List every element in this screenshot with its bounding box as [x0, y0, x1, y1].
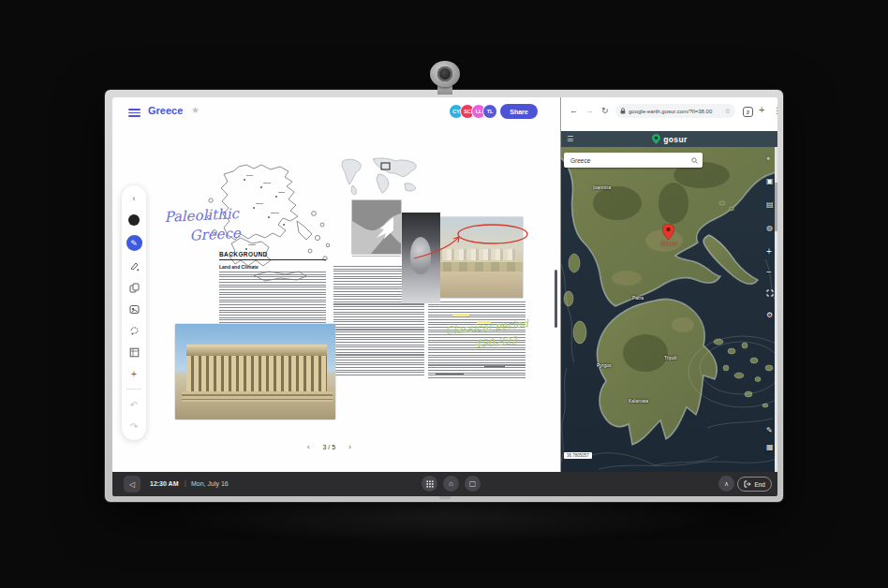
city-label: Pyrgos	[597, 362, 612, 368]
undo-icon[interactable]: ↶	[127, 398, 141, 411]
collapse-toolbar-icon[interactable]: ‹	[127, 192, 141, 205]
browser-chrome: ← → ↻ google-earth.gosur.com/?ll=38.00 ☆…	[561, 97, 777, 131]
color-dot-tool[interactable]	[127, 213, 141, 227]
duplicate-tool[interactable]	[127, 281, 141, 294]
browser-scrollbar[interactable]	[775, 147, 777, 472]
tab-switcher-button[interactable]: 2	[743, 107, 753, 117]
whiteboard-menu-icon[interactable]	[128, 109, 141, 117]
taskbar-separator: |	[185, 479, 186, 486]
page-navigator: ‹ 3 / 5 ›	[307, 443, 351, 451]
system-taskbar: ◁ 12:30 AM | Mon, July 16 ⌂ ▢ ∧ End	[112, 472, 777, 496]
whiteboard-app: Greece ★ CY SC LL TL Share ‹ ✎	[112, 97, 560, 472]
region-inset-map-object[interactable]	[352, 200, 401, 254]
world-map-object[interactable]	[337, 155, 423, 198]
link-text	[436, 374, 464, 375]
map-search-input[interactable]	[569, 156, 691, 165]
clock-date: Mon, July 16	[191, 480, 229, 487]
browser-forward-icon[interactable]: →	[585, 106, 594, 115]
handwriting-paleolithic[interactable]: Paleolithic Greece	[164, 204, 241, 247]
bookmark-star-icon[interactable]: ☆	[725, 108, 731, 115]
gosur-menu-icon[interactable]: ☰	[567, 135, 573, 143]
drawing-toolbar: ‹ ✎ + ↶	[122, 185, 146, 440]
map-pin-label: Greece	[651, 241, 688, 246]
highlighter-tool[interactable]	[127, 259, 141, 272]
url-text: google-earth.gosur.com/?ll=38.00	[629, 109, 722, 114]
fullscreen-icon[interactable]	[766, 289, 774, 299]
apps-grid-button[interactable]	[422, 476, 437, 492]
end-session-label: End	[754, 481, 765, 488]
share-button[interactable]: Share	[500, 104, 538, 119]
city-label: Ioannina	[593, 184, 611, 190]
recent-windows-button[interactable]: ▢	[465, 476, 481, 492]
address-bar[interactable]: google-earth.gosur.com/?ll=38.00 ☆	[615, 104, 735, 118]
frame-tool[interactable]	[127, 345, 141, 359]
end-session-button[interactable]: End	[737, 477, 772, 492]
zoom-in-icon[interactable]: +	[766, 246, 772, 257]
screen: Greece ★ CY SC LL TL Share ‹ ✎	[112, 97, 777, 496]
whiteboard-scrollbar-thumb[interactable]	[555, 270, 557, 328]
pericles-bust-photo-object[interactable]	[402, 213, 440, 303]
lock-icon	[620, 108, 626, 114]
my-location-icon[interactable]: ⌖	[766, 154, 771, 164]
layers-icon[interactable]: ▤	[766, 200, 774, 209]
article-heading: BACKGROUND	[219, 251, 326, 257]
prev-page-icon[interactable]: ‹	[307, 443, 310, 451]
satellite-map[interactable]: ⌖ ▣ ▤ ◍ + − ⚙ ✎ ▦ Ioannina Patra Pyrgos …	[561, 147, 777, 472]
pen-tool-active[interactable]: ✎	[126, 235, 142, 251]
city-label: Kalamata	[629, 398, 648, 404]
gosur-logo: gosur	[652, 134, 688, 144]
next-page-icon[interactable]: ›	[348, 443, 351, 451]
browser-scrollbar-thumb[interactable]	[775, 183, 777, 231]
home-button[interactable]: ⌂	[443, 476, 459, 492]
search-icon[interactable]	[691, 157, 698, 164]
exit-icon	[744, 480, 751, 488]
redo-icon[interactable]: ↷	[127, 419, 141, 433]
map-type-icon[interactable]: ▣	[766, 177, 774, 185]
new-tab-icon[interactable]: +	[759, 104, 764, 115]
yellow-highlight	[452, 314, 469, 316]
insert-image-tool[interactable]	[127, 302, 141, 316]
taskbar-back-button[interactable]: ◁	[124, 476, 141, 492]
globe-3d-icon[interactable]: ◍	[766, 224, 773, 232]
expand-chevron-button[interactable]: ∧	[718, 476, 734, 492]
favorite-star-icon[interactable]: ★	[191, 105, 200, 115]
draw-pencil-icon[interactable]: ✎	[766, 426, 773, 434]
board-title: Greece	[148, 105, 183, 116]
gosur-pin-icon	[652, 134, 660, 144]
toolbar-divider	[126, 389, 141, 390]
browser-menu-icon[interactable]: ⋮	[773, 106, 777, 115]
city-label: Patra	[632, 295, 644, 301]
browser-window: ← → ↻ google-earth.gosur.com/?ll=38.00 ☆…	[560, 97, 777, 472]
browser-back-icon[interactable]: ←	[570, 106, 578, 115]
inset-map-caption	[352, 256, 401, 257]
parthenon-photo-object[interactable]	[175, 324, 335, 419]
map-terrain	[561, 147, 777, 472]
city-label: Tripoli	[664, 355, 676, 360]
coordinates-readout: 36.7805057	[564, 452, 592, 459]
settings-gear-icon[interactable]: ⚙	[766, 311, 773, 319]
vibe-board-device: Greece ★ CY SC LL TL Share ‹ ✎	[104, 89, 784, 503]
lasso-select-tool[interactable]	[127, 324, 141, 337]
article-subheading: Land and Climate	[219, 264, 326, 270]
collaborator-avatars: CY SC LL TL	[452, 104, 497, 119]
clock-time: 12:30 AM	[150, 480, 178, 487]
acropolis-photo-object[interactable]	[427, 217, 523, 298]
map-search-box[interactable]	[564, 153, 703, 168]
webcam	[427, 65, 463, 95]
webcam-head	[430, 61, 460, 87]
tiles-grid-icon[interactable]: ▦	[766, 443, 774, 451]
add-object-tool[interactable]: +	[127, 367, 141, 380]
page-indicator: 3 / 5	[323, 444, 336, 450]
gosur-header: ☰ gosur	[561, 131, 777, 147]
link-text	[484, 366, 505, 367]
avatar[interactable]: TL	[482, 104, 497, 119]
gosur-logo-text: gosur	[663, 135, 688, 144]
article-column-1[interactable]: BACKGROUND Land and Climate	[219, 251, 326, 335]
webcam-lens-icon	[437, 66, 452, 81]
browser-reload-icon[interactable]: ↻	[601, 106, 609, 115]
taskbar-center-buttons: ⌂ ▢	[422, 476, 481, 492]
zoom-out-icon[interactable]: −	[766, 267, 772, 277]
